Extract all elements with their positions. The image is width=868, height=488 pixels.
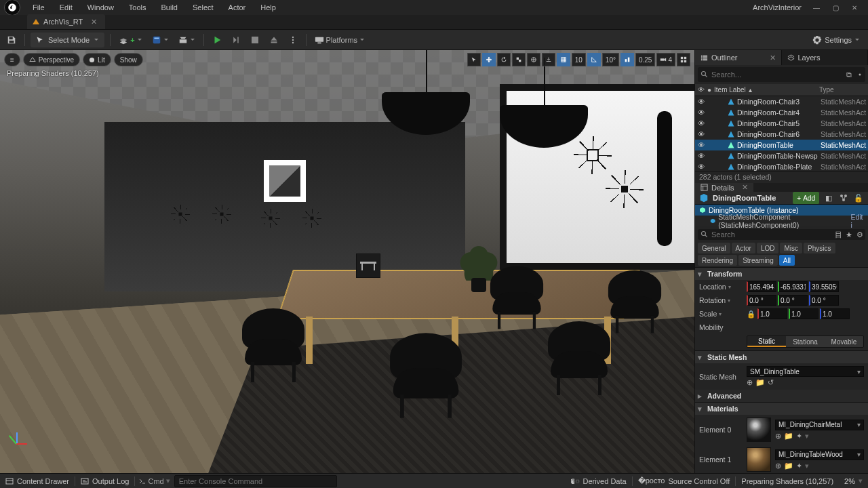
details-tab-close-icon[interactable]: ✕ xyxy=(742,183,748,192)
menu-select[interactable]: Select xyxy=(186,2,220,13)
sequencer-button[interactable] xyxy=(176,33,198,47)
add-content-button[interactable]: + xyxy=(116,33,144,47)
outliner-row[interactable]: 👁DiningRoom-Chair5StaticMeshAct xyxy=(695,118,868,129)
3d-viewport[interactable]: Preparing Shaders (10,257) xyxy=(0,50,694,473)
lock-details-icon[interactable]: 🔓 xyxy=(853,192,864,203)
outliner-search[interactable]: ⧉ xyxy=(698,67,865,82)
material-thumbnail[interactable] xyxy=(747,447,771,472)
rotation-y-input[interactable] xyxy=(778,295,808,306)
viewport-perspective-button[interactable]: Perspective xyxy=(23,53,80,66)
menu-tools[interactable]: Tools xyxy=(122,2,153,13)
outliner-search-input[interactable] xyxy=(711,70,844,79)
blueprint-button[interactable] xyxy=(149,33,172,47)
visibility-icon[interactable]: 👁 xyxy=(696,152,706,160)
outliner-column-item[interactable]: ● Item Label ▴ xyxy=(707,86,819,94)
material-asset-selector[interactable]: MI_DiningTableWood▾ xyxy=(775,449,864,460)
category-misc[interactable]: Misc xyxy=(780,243,802,253)
asset-browse-icon[interactable]: 📁 xyxy=(784,432,793,441)
asset-browse-icon[interactable]: 📁 xyxy=(784,462,793,470)
category-general[interactable]: General xyxy=(698,243,730,253)
outliner-row[interactable]: 👁DiningRoom-Chair4StaticMeshAct xyxy=(695,107,868,118)
content-drawer-button[interactable]: Content Drawer xyxy=(0,474,75,489)
coord-space-button[interactable] xyxy=(527,53,540,66)
source-control-button[interactable]: �росто Source Control Off xyxy=(633,474,736,489)
mobility-static[interactable]: Static xyxy=(747,336,786,347)
location-z-input[interactable] xyxy=(809,281,839,292)
grid-snap-value[interactable]: 10 xyxy=(572,53,586,66)
details-settings-icon[interactable]: ⚙ xyxy=(854,229,865,240)
category-physics[interactable]: Physics xyxy=(804,243,835,253)
section-materials-header[interactable]: ▾Materials xyxy=(695,403,868,415)
rotation-reset-icon[interactable]: ▾ xyxy=(728,298,730,304)
scale-z-input[interactable] xyxy=(820,308,850,319)
scale-snap-value[interactable]: 0.25 xyxy=(635,53,655,66)
output-log-button[interactable]: Output Log xyxy=(75,474,134,489)
asset-reset-icon[interactable]: ↺ xyxy=(768,378,774,387)
outliner-filter-add-icon[interactable]: ⧉ xyxy=(844,69,854,80)
outliner-tab[interactable]: Outliner ✕ xyxy=(695,50,782,65)
visibility-icon[interactable]: 👁 xyxy=(696,98,706,106)
mat-extra-icon[interactable]: ✦ xyxy=(796,432,802,441)
platforms-button[interactable]: Platforms xyxy=(312,33,368,47)
details-search-input[interactable] xyxy=(711,230,833,239)
shader-compile-status[interactable]: Preparing Shaders (10,257) xyxy=(736,474,839,489)
visibility-column-icon[interactable]: 👁 xyxy=(698,86,707,94)
visibility-icon[interactable]: 👁 xyxy=(696,141,706,149)
asset-use-icon[interactable]: ⊕ xyxy=(747,378,753,387)
grid-snap-toggle[interactable] xyxy=(557,53,570,66)
category-lod[interactable]: LOD xyxy=(757,243,779,253)
viewport-maximize-button[interactable] xyxy=(677,53,690,66)
details-filter-icon[interactable]: 目 xyxy=(833,229,844,240)
menu-edit[interactable]: Edit xyxy=(53,2,79,13)
outliner-row[interactable]: 👁DiningRoom-Chair6StaticMeshAct xyxy=(695,129,868,140)
play-options-button[interactable] xyxy=(285,33,300,47)
visibility-icon[interactable]: 👁 xyxy=(696,163,706,171)
eject-button[interactable] xyxy=(267,33,281,47)
add-component-button[interactable]: + Add xyxy=(793,192,819,204)
transform-rotate-button[interactable] xyxy=(497,53,511,66)
editor-mode-selector[interactable]: Select Mode xyxy=(31,33,104,47)
material-thumbnail[interactable] xyxy=(747,418,771,442)
component-browse-icon[interactable]: ◧ xyxy=(823,192,834,203)
mat-extra-icon[interactable]: ✦ xyxy=(796,462,802,470)
menu-actor[interactable]: Actor xyxy=(222,2,253,13)
details-search[interactable]: 目 ★ ⚙ xyxy=(698,229,865,240)
visibility-icon[interactable]: 👁 xyxy=(696,119,706,127)
skip-button[interactable] xyxy=(229,33,243,47)
camera-speed-button[interactable]: 4 xyxy=(656,53,675,66)
scale-y-input[interactable] xyxy=(789,308,818,319)
asset-use-icon[interactable]: ⊕ xyxy=(775,432,781,441)
asset-use-icon[interactable]: ⊕ xyxy=(775,462,781,470)
outliner-row[interactable]: 👁DiningRoomTableStaticMeshAct xyxy=(695,140,868,150)
outliner-column-type[interactable]: Type xyxy=(819,86,865,94)
level-close-icon[interactable]: ✕ xyxy=(91,18,97,26)
scale-x-input[interactable] xyxy=(757,308,787,319)
surface-snap-button[interactable] xyxy=(542,53,555,66)
mobility-movable[interactable]: Movable xyxy=(825,336,863,347)
menu-window[interactable]: Window xyxy=(81,2,121,13)
category-all[interactable]: All xyxy=(779,255,795,266)
transform-select-button[interactable] xyxy=(467,53,481,66)
category-streaming[interactable]: Streaming xyxy=(738,255,778,266)
rotation-z-input[interactable] xyxy=(809,295,839,306)
location-x-input[interactable] xyxy=(747,281,776,292)
mobility-selector[interactable]: StaticStationaMovable xyxy=(747,336,864,348)
outliner-row[interactable]: 👁DiningRoom-Chair3StaticMeshAct xyxy=(695,96,868,107)
angle-snap-value[interactable]: 10° xyxy=(602,53,619,66)
play-button[interactable] xyxy=(210,33,224,47)
outliner-row[interactable]: 👁DiningRoomTable-PlateStaticMeshAct xyxy=(695,161,868,171)
category-actor[interactable]: Actor xyxy=(732,243,755,253)
menu-build[interactable]: Build xyxy=(155,2,184,13)
blueprint-edit-icon[interactable] xyxy=(838,192,849,203)
outliner-settings-icon[interactable] xyxy=(854,69,865,80)
console-command-input[interactable] xyxy=(174,475,337,487)
rotation-x-input[interactable] xyxy=(747,295,776,306)
section-static-mesh-header[interactable]: ▾Static Mesh xyxy=(695,351,868,363)
static-mesh-asset-selector[interactable]: SM_DiningTable▾ xyxy=(747,366,864,377)
material-asset-selector[interactable]: MI_DiningChairMetal▾ xyxy=(775,420,864,430)
asset-browse-icon[interactable]: 📁 xyxy=(755,378,765,387)
component-tree[interactable]: DiningRoomTable (Instance) StaticMeshCom… xyxy=(695,205,868,226)
cmd-label[interactable]: Cmd▾ xyxy=(135,476,174,485)
save-button[interactable] xyxy=(4,33,19,47)
outliner-tab-close-icon[interactable]: ✕ xyxy=(770,54,776,62)
